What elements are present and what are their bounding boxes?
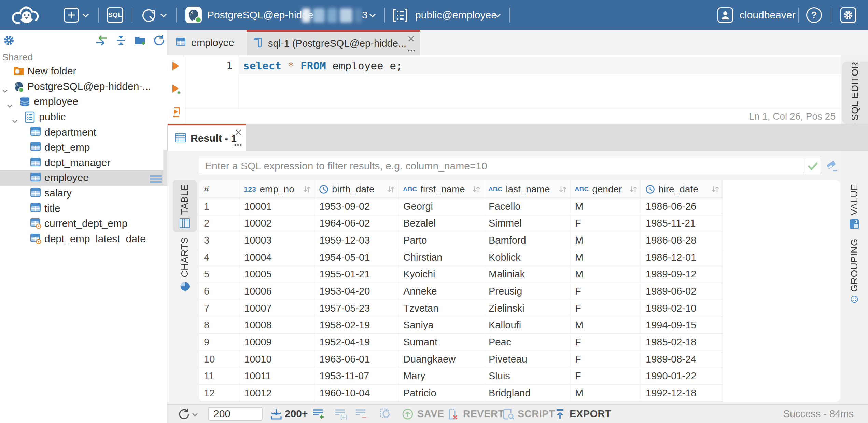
data-cell[interactable]: Anneke (398, 283, 484, 300)
schema-selector[interactable]: public@employee (415, 0, 497, 30)
connection-chevron-icon[interactable] (369, 13, 376, 19)
data-cell[interactable]: M (570, 266, 641, 283)
driver-chevron-icon[interactable] (160, 13, 167, 19)
data-cell[interactable]: M (570, 198, 641, 215)
data-cell[interactable]: 1959-12-03 (314, 232, 398, 249)
close-tab-icon[interactable] (407, 34, 415, 45)
column-header-last_name[interactable]: ABClast_name (484, 180, 570, 198)
fetch-size-input[interactable] (208, 407, 263, 421)
data-cell[interactable]: Peac (484, 334, 570, 351)
export-icon[interactable] (554, 408, 566, 422)
refresh-menu-chevron-icon[interactable] (192, 412, 198, 418)
sort-icon[interactable] (711, 185, 720, 196)
row-number-cell[interactable]: 1 (199, 198, 239, 215)
data-cell[interactable]: 1952-04-19 (314, 334, 398, 351)
clear-filter-icon[interactable] (825, 159, 839, 175)
data-cell[interactable]: Sluis (484, 368, 570, 385)
data-cell[interactable]: 1957-05-23 (314, 300, 398, 317)
data-cell[interactable]: 10009 (239, 334, 314, 351)
sort-icon[interactable] (303, 185, 311, 196)
column-header-birth_date[interactable]: birth_date (314, 180, 398, 198)
sync-connections-icon[interactable] (95, 34, 108, 48)
row-number-cell[interactable]: 8 (199, 317, 239, 334)
data-cell[interactable]: Mary (398, 368, 484, 385)
data-cell[interactable]: 1989-09-12 (641, 266, 723, 283)
sort-icon[interactable] (387, 185, 395, 196)
data-cell[interactable]: 1964-06-02 (314, 215, 398, 232)
row-number-cell[interactable]: 3 (199, 232, 239, 249)
tree-item-dept-manager[interactable]: dept_manager (0, 155, 167, 170)
data-cell[interactable]: 10008 (239, 317, 314, 334)
execute-new-tab-button[interactable] (171, 84, 182, 97)
tab-charts-view[interactable]: CHARTS (173, 237, 197, 291)
script-button[interactable]: SCRIPT (518, 405, 555, 423)
execute-query-button[interactable] (171, 61, 180, 72)
column-header-emp_no[interactable]: 123emp_no (239, 180, 314, 198)
schema-icon[interactable] (392, 8, 408, 24)
data-cell[interactable]: 10001 (239, 198, 314, 215)
column-header-rownum[interactable]: # (199, 180, 239, 198)
data-cell[interactable]: F (570, 215, 641, 232)
sort-icon[interactable] (629, 185, 638, 196)
data-cell[interactable]: Facello (484, 198, 570, 215)
tab-table-view[interactable]: TABLE (173, 180, 197, 232)
help-icon[interactable]: ? (806, 7, 822, 23)
data-cell[interactable]: 1994-09-15 (641, 317, 723, 334)
row-number-cell[interactable]: 5 (199, 266, 239, 283)
row-number-cell[interactable]: 6 (199, 283, 239, 300)
tree-item-new-folder[interactable]: New folder (0, 64, 167, 79)
save-icon[interactable] (402, 408, 414, 422)
column-header-hire_date[interactable]: hire_date (641, 180, 723, 198)
row-number-cell[interactable]: 7 (199, 300, 239, 317)
data-cell[interactable]: F (570, 283, 641, 300)
postgres-connection-icon[interactable] (185, 7, 202, 23)
column-header-gender[interactable]: ABCgender (570, 180, 641, 198)
duplicate-row-icon[interactable]: (+) (334, 408, 347, 422)
execute-script-button[interactable] (171, 107, 181, 119)
schema-chevron-icon[interactable] (494, 13, 501, 19)
data-cell[interactable]: 1960-10-04 (314, 385, 398, 402)
data-cell[interactable]: Zielinski (484, 300, 570, 317)
sidebar-settings-gear-icon[interactable] (3, 34, 15, 48)
data-cell[interactable]: Kalloufi (484, 317, 570, 334)
data-cell[interactable]: Patricio (398, 385, 484, 402)
data-cell[interactable]: M (570, 232, 641, 249)
data-cell[interactable]: Parto (398, 232, 484, 249)
result-menu-icon[interactable] (234, 142, 242, 148)
data-cell[interactable]: 10003 (239, 232, 314, 249)
new-folder-icon[interactable] (134, 35, 147, 47)
tab-result-1[interactable]: Result - 1 (168, 124, 246, 151)
new-connection-button[interactable] (64, 8, 79, 23)
data-cell[interactable]: F (570, 368, 641, 385)
revert-icon[interactable] (447, 408, 459, 422)
data-cell[interactable]: Sumant (398, 334, 484, 351)
row-number-cell[interactable]: 11 (199, 368, 239, 385)
data-cell[interactable]: 10002 (239, 215, 314, 232)
tree-item-postgresql-ep-hidden-[interactable]: PostgreSQL@ep-hidden-... (0, 79, 167, 94)
data-cell[interactable]: 10011 (239, 368, 314, 385)
data-cell[interactable]: 1990-01-22 (641, 368, 723, 385)
row-number-cell[interactable]: 4 (199, 249, 239, 266)
data-cell[interactable]: M (570, 317, 641, 334)
data-cell[interactable]: Simmel (484, 215, 570, 232)
expand-chevron-icon[interactable] (7, 99, 13, 110)
data-cell[interactable]: 10007 (239, 300, 314, 317)
add-row-icon[interactable] (312, 408, 325, 422)
column-header-first_name[interactable]: ABCfirst_name (398, 180, 484, 198)
collapse-all-icon[interactable] (115, 34, 127, 48)
row-number-cell[interactable]: 10 (199, 351, 239, 368)
sort-icon[interactable] (558, 185, 567, 196)
data-cell[interactable]: F (570, 351, 641, 368)
save-button[interactable]: SAVE (417, 405, 444, 423)
data-cell[interactable]: Maliniak (484, 266, 570, 283)
tree-item-current-dept-emp[interactable]: current_dept_emp (0, 216, 167, 231)
data-cell[interactable]: 1986-12-01 (641, 249, 723, 266)
data-cell[interactable]: Chirstian (398, 249, 484, 266)
tab-menu-icon[interactable] (407, 44, 416, 55)
sort-icon[interactable] (472, 185, 481, 196)
data-cell[interactable]: Bamford (484, 232, 570, 249)
connection-selector[interactable]: PostgreSQL@ep-hidde (207, 0, 313, 30)
data-cell[interactable]: 1953-09-02 (314, 198, 398, 215)
data-cell[interactable]: 1992-12-18 (641, 385, 723, 402)
data-cell[interactable]: 10012 (239, 385, 314, 402)
